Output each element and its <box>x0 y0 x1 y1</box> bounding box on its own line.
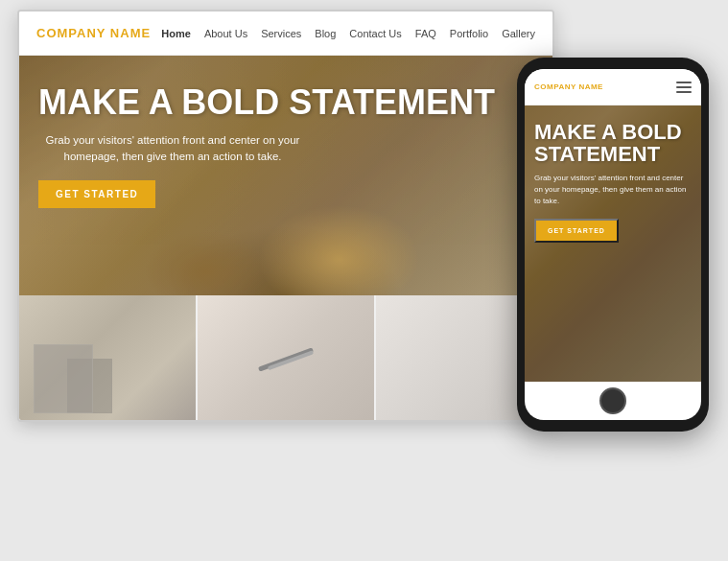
desktop-navbar: COMPANY NAME Home About Us Services Blog… <box>19 12 552 56</box>
mobile-logo: COMPANY NAME <box>534 82 603 91</box>
mobile-hero: MAKE A BOLD STATEMENT Grab your visitors… <box>525 105 701 382</box>
hero-title: MAKE A BOLD STATEMENT <box>38 84 533 121</box>
hero-content: MAKE A BOLD STATEMENT Grab your visitors… <box>38 84 533 208</box>
hero-subtitle: Grab your visitors' attention front and … <box>38 132 307 166</box>
mobile-mockup: COMPANY NAME MAKE A BOLD STATEMENT Grab … <box>517 58 709 432</box>
mobile-hero-cta-button[interactable]: GET STARTED <box>534 219 619 243</box>
desktop-mockup: COMPANY NAME Home About Us Services Blog… <box>17 10 554 422</box>
desktop-gallery <box>19 295 552 422</box>
nav-link-portfolio[interactable]: Portfolio <box>450 28 488 39</box>
gallery-image-2 <box>196 295 376 422</box>
desktop-logo: COMPANY NAME <box>36 26 151 40</box>
nav-link-blog[interactable]: Blog <box>315 28 336 39</box>
mobile-screen: COMPANY NAME MAKE A BOLD STATEMENT Grab … <box>525 69 701 420</box>
nav-link-gallery[interactable]: Gallery <box>502 28 535 39</box>
hamburger-line-1 <box>676 82 692 83</box>
desktop-nav-links: Home About Us Services Blog Contact Us F… <box>161 28 535 39</box>
mobile-hero-content: MAKE A BOLD STATEMENT Grab your visitors… <box>534 121 692 243</box>
page-wrapper: COMPANY NAME Home About Us Services Blog… <box>0 0 728 561</box>
nav-link-contact[interactable]: Contact Us <box>349 28 401 39</box>
hamburger-line-2 <box>676 86 692 88</box>
desktop-hero: MAKE A BOLD STATEMENT Grab your visitors… <box>19 56 552 295</box>
mobile-navbar: COMPANY NAME <box>525 69 701 105</box>
gallery-image-1 <box>19 295 196 422</box>
hamburger-menu[interactable] <box>676 82 692 93</box>
mobile-hero-subtitle: Grab your visitors' attention front and … <box>534 173 692 207</box>
nav-link-services[interactable]: Services <box>261 28 301 39</box>
mobile-home-button[interactable] <box>599 387 626 414</box>
hero-cta-button[interactable]: GET STARTED <box>38 180 155 208</box>
nav-link-about[interactable]: About Us <box>204 28 247 39</box>
mobile-hero-title: MAKE A BOLD STATEMENT <box>534 121 692 165</box>
hamburger-line-3 <box>676 91 692 93</box>
nav-link-faq[interactable]: FAQ <box>415 28 436 39</box>
nav-link-home[interactable]: Home <box>161 28 191 39</box>
